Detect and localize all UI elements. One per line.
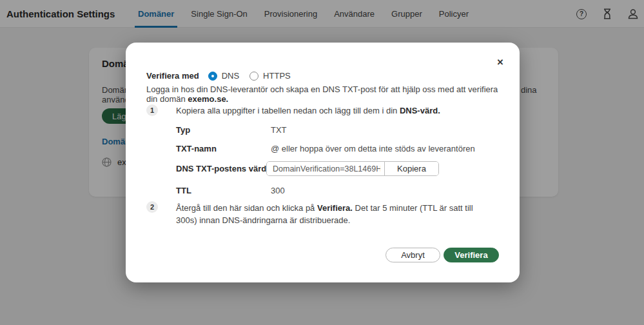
- step-2-badge: 2: [146, 201, 158, 213]
- step-1-text-bold: DNS-värd.: [400, 106, 440, 115]
- modal-intro-text: Logga in hos din DNS-leverantör och skap…: [146, 84, 507, 104]
- ttl-label: TTL: [176, 186, 191, 195]
- txt-record-value-group: Kopiera: [266, 161, 439, 176]
- record-type-label: Typ: [176, 125, 190, 135]
- verify-method-row: Verifiera med DNS HTTPS: [146, 71, 301, 81]
- verify-method-label: Verifiera med: [146, 71, 199, 81]
- txt-name-value: @ eller hoppa över om detta inte stöds a…: [271, 144, 475, 153]
- modal-footer: Avbryt Verifiera: [126, 248, 499, 262]
- step-2-text: Återgå till den här sidan och klicka på …: [176, 202, 494, 227]
- radio-option-label: HTTPS: [263, 71, 291, 81]
- screen: Authentication Settings Domäner Single S…: [0, 0, 644, 325]
- intro-domain: exemo.se.: [188, 94, 228, 104]
- close-icon[interactable]: ✕: [495, 57, 505, 67]
- radio-option-label: DNS: [222, 71, 239, 81]
- record-type-value: TXT: [271, 125, 287, 135]
- radio-option-https[interactable]: HTTPS: [249, 71, 291, 81]
- txt-record-value-label: DNS TXT-postens värde: [176, 164, 271, 173]
- radio-unselected-icon: [249, 72, 259, 81]
- step-1-badge: 1: [146, 104, 158, 116]
- cancel-button[interactable]: Avbryt: [385, 248, 440, 262]
- step-1-text: Kopiera alla uppgifter i tabellen nedan …: [176, 106, 498, 115]
- step-2-text-prefix: Återgå till den här sidan och klicka på: [176, 203, 315, 213]
- radio-option-dns[interactable]: DNS: [208, 71, 239, 81]
- domain-verification-modal: ✕ Verifiera med DNS HTTPS Logga in hos d…: [126, 43, 520, 282]
- verify-button[interactable]: Verifiera: [444, 248, 499, 262]
- txt-record-value-input[interactable]: [267, 162, 384, 175]
- radio-selected-icon: [208, 72, 217, 81]
- copy-button[interactable]: Kopiera: [384, 162, 438, 175]
- step-1-text-prefix: Kopiera alla uppgifter i tabellen nedan …: [176, 106, 397, 115]
- step-2-text-bold: Verifiera.: [317, 203, 353, 213]
- txt-name-label: TXT-namn: [176, 144, 217, 153]
- ttl-value: 300: [271, 186, 285, 195]
